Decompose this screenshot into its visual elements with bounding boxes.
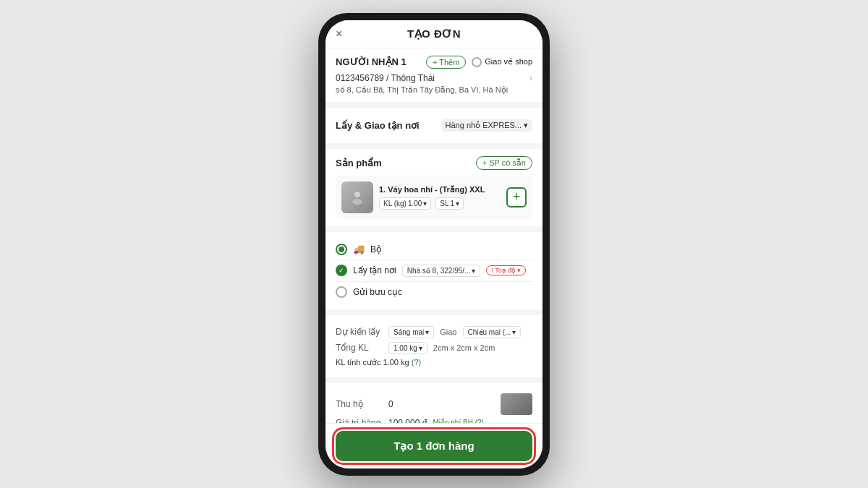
svg-point-0 xyxy=(354,192,360,197)
recipient-actions: + Thêm Giao về shop xyxy=(426,56,532,69)
phone-device: × TẠO ĐƠN NGƯỜI NHẬN 1 + Thêm Giao về sh… xyxy=(318,13,550,476)
product-image xyxy=(341,181,373,213)
lay-tan-noi-label: Lấy tận nơi xyxy=(353,265,396,275)
gui-buu-cuc-radio xyxy=(336,286,347,298)
du-kien-lay-label: Dự kiến lấy xyxy=(336,327,383,337)
address-chevron-icon: ▾ xyxy=(472,267,475,275)
chieu-mai-value: Chiều mai (... xyxy=(468,328,511,336)
kg-chevron-icon: ▾ xyxy=(419,344,422,352)
recipient-address: số 8, Cầu Bã, Thị Trấn Tây Đằng, Ba Vì, … xyxy=(336,85,532,95)
lay-tan-noi-option-row[interactable]: ✓ Lấy tận nơi Nhà số 8, 322/95/... ▾ ! T… xyxy=(336,265,532,277)
gui-buu-cuc-option-row[interactable]: Gửi bưu cục xyxy=(336,286,532,298)
kl-tinh-cuoc-row: KL tính cước 1.00 kg (?) xyxy=(336,358,532,367)
sl-chevron-icon: ▾ xyxy=(456,200,459,207)
create-order-button[interactable]: Tạo 1 đơn hàng xyxy=(336,431,532,461)
sang-mai-chevron-icon: ▾ xyxy=(425,328,429,336)
gui-buu-cuc-label: Gửi bưu cục xyxy=(353,287,402,297)
bo-radio-dot xyxy=(339,247,344,252)
schedule-section: Dự kiến lấy Sáng mai ▾ Giao Chiều mai (.… xyxy=(326,315,542,377)
san-pham-label: Sản phẩm xyxy=(336,158,382,168)
shipping-service-value: Hàng nhỏ EXPRES... xyxy=(446,121,522,130)
kl-value: 1.00 xyxy=(408,200,422,207)
gia-tri-value: 100,000 đ xyxy=(388,418,427,423)
sl-select[interactable]: SL 1 ▾ xyxy=(435,197,464,210)
pickup-section: 🚚 Bộ ✓ Lấy tận nơi Nhà số 8, 322/95/... … xyxy=(326,232,542,309)
contact-info: 0123456789 / Thông Thái xyxy=(336,73,435,83)
product-info: 1. Váy hoa nhí - (Trắng) XXL KL (kg) 1.0… xyxy=(379,185,501,210)
shipping-service-select[interactable]: Hàng nhỏ EXPRES... ▾ xyxy=(441,119,532,132)
toa-do-label: ! Toạ độ xyxy=(491,267,516,274)
shipping-section: Lấy & Giao tận nơi Hàng nhỏ EXPRES... ▾ xyxy=(326,108,542,143)
truck-icon: 🚚 xyxy=(353,244,365,254)
tong-kl-value: 1.00 kg xyxy=(393,344,417,352)
lay-tan-noi-address-select[interactable]: Nhà số 8, 322/95/... ▾ xyxy=(402,265,481,277)
kl-select[interactable]: KL (kg) 1.00 ▾ xyxy=(379,197,431,210)
bo-option-row[interactable]: 🚚 Bộ xyxy=(336,244,532,255)
svg-point-1 xyxy=(352,199,362,205)
chevron-right-icon: › xyxy=(529,73,532,83)
giao-ve-shop-label: Giao về shop xyxy=(485,57,532,67)
check-icon: ✓ xyxy=(339,267,344,274)
chevron-down-icon: ▾ xyxy=(524,121,528,130)
radio-giao-ve-shop xyxy=(472,57,482,67)
kl-label: KL (kg) xyxy=(383,200,407,207)
sang-mai-value: Sáng mai xyxy=(393,328,424,336)
sl-value: 1 xyxy=(451,200,455,207)
shipping-label: Lấy & Giao tận nơi xyxy=(336,120,420,131)
recipient-label: NGƯỜI NHẬN 1 xyxy=(336,56,407,67)
lay-tan-noi-address-value: Nhà số 8, 322/95/... xyxy=(407,267,471,275)
product-name: 1. Váy hoa nhí - (Trắng) XXL xyxy=(379,185,501,194)
kl-tinh-cuoc-text: KL tính cước 1.00 kg xyxy=(336,358,409,367)
tong-kl-row: Tổng KL 1.00 kg ▾ 2cm x 2cm x 2cm xyxy=(336,342,532,354)
dimensions-text: 2cm x 2cm x 2cm xyxy=(433,343,495,352)
recipient-section: NGƯỜI NHẬN 1 + Thêm Giao về shop 0123456… xyxy=(326,48,542,102)
bo-label: Bộ xyxy=(370,244,381,254)
phone-screen: × TẠO ĐƠN NGƯỜI NHẬN 1 + Thêm Giao về sh… xyxy=(326,20,542,468)
sl-label: SL xyxy=(440,200,448,207)
page-title: TẠO ĐƠN xyxy=(407,27,461,40)
thu-ho-value: 0 xyxy=(388,399,495,409)
product-controls: KL (kg) 1.00 ▾ SL 1 ▾ xyxy=(379,197,501,210)
du-kien-lay-row: Dự kiến lấy Sáng mai ▾ Giao Chiều mai (.… xyxy=(336,326,532,338)
toa-do-chevron-icon: ▾ xyxy=(517,267,521,274)
divider-2 xyxy=(336,281,532,282)
them-button[interactable]: + Thêm xyxy=(426,56,466,69)
product-image-placeholder xyxy=(341,181,373,213)
tong-kl-select[interactable]: 1.00 kg ▾ xyxy=(388,342,427,354)
kl-tinh-cuoc-help[interactable]: (?) xyxy=(412,358,421,367)
san-pham-section: Sản phẩm + SP có sẵn 1. Váy hoa nhí - xyxy=(326,149,542,226)
kl-chevron-icon: ▾ xyxy=(423,200,427,207)
thu-ho-label: Thu hộ xyxy=(336,399,383,409)
divider-1 xyxy=(336,260,532,260)
gia-tri-label: Giá trị hàng xyxy=(336,418,383,423)
bo-radio xyxy=(336,244,347,255)
chieu-mai-select[interactable]: Chiều mai (... ▾ xyxy=(463,326,522,338)
scroll-area[interactable]: NGƯỜI NHẬN 1 + Thêm Giao về shop 0123456… xyxy=(326,48,542,423)
giao-label: Giao xyxy=(440,328,456,336)
thu-ho-row: Thu hộ 0 xyxy=(336,393,532,415)
tong-kl-label: Tổng KL xyxy=(336,343,383,353)
thu-ho-image xyxy=(501,393,532,415)
chieu-mai-chevron-icon: ▾ xyxy=(512,328,516,336)
gia-tri-row: Giá trị hàng 100,000 đ Miễn phí BH (?) xyxy=(336,418,532,423)
bottom-bar: Tạo 1 đơn hàng xyxy=(326,423,542,468)
lay-tan-noi-checkbox: ✓ xyxy=(336,265,347,276)
top-bar: × TẠO ĐƠN xyxy=(326,20,542,48)
thu-ho-section: Thu hộ 0 Giá trị hàng 100,000 đ Miễn phí… xyxy=(326,383,542,423)
toa-do-button[interactable]: ! Toạ độ ▾ xyxy=(486,265,526,275)
sp-co-san-button[interactable]: + SP có sẵn xyxy=(476,156,532,170)
close-button[interactable]: × xyxy=(336,27,342,40)
sang-mai-select[interactable]: Sáng mai ▾ xyxy=(388,326,434,338)
giao-ve-shop-button[interactable]: Giao về shop xyxy=(472,57,532,67)
add-product-button[interactable]: + xyxy=(506,187,527,207)
product-card: 1. Váy hoa nhí - (Trắng) XXL KL (kg) 1.0… xyxy=(336,176,532,219)
